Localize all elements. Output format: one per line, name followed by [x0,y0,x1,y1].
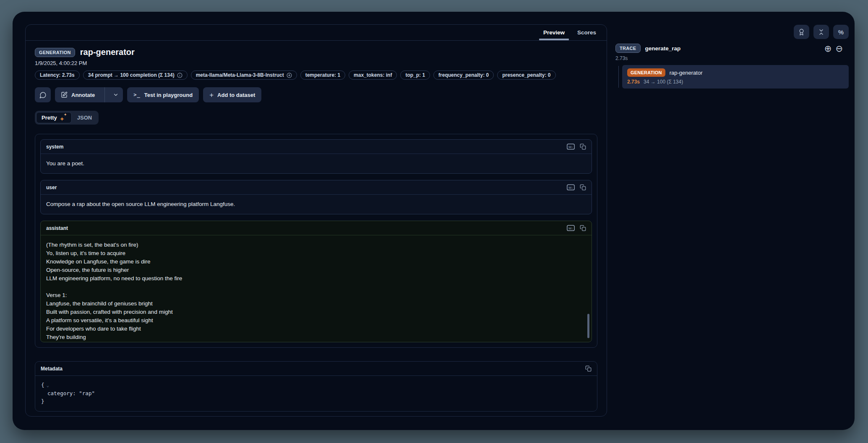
json-line-entry: category: "rap" [41,389,591,397]
expand-all-icon[interactable]: ⊕ [824,44,832,53]
json-line-open[interactable]: {⌄ [41,381,591,389]
view-toggle-pretty[interactable]: Pretty ✦ ✦ [36,112,72,123]
annotate-label: Annotate [71,92,95,98]
trace-toolbar: % [615,25,849,39]
model-pill-label: meta-llama/Meta-Llama-3-8B-Instruct [196,72,284,78]
collapse-caret-icon[interactable]: ⌄ [47,383,50,388]
token-usage-pill: 34 prompt → 100 completion (Σ 134) [83,70,188,80]
tab-preview-label: Preview [543,29,565,36]
temperature-pill-label: temperature: 1 [305,72,340,78]
assistant-message-content: (The rhythm is set, the beat's on fire) … [41,235,592,342]
token-usage-pill-label: 34 prompt → 100 completion (Σ 134) [88,72,175,78]
system-message-content: You are a poet. [41,154,592,173]
tree-zoom-controls: ⊕ ⊖ [824,44,843,53]
add-to-dataset-label: Add to dataset [217,92,255,98]
top-p-pill-label: top_p: 1 [405,72,425,78]
trace-panel: % TRACE generate_rap ⊕ ⊖ 2.73s GENERATIO… [615,25,849,89]
action-bar: Annotate >_ Test in playground + Add to … [35,87,597,102]
add-to-dataset-button[interactable]: + Add to dataset [203,87,261,102]
markdown-glyph: M↓ [568,145,573,149]
user-message: user M↓ Compose a rap about the open sou… [40,180,592,214]
user-role-label: user [46,185,562,190]
panel-content: GENERATION rap-generator 1/9/2025, 4:00:… [26,41,607,412]
observation-node-title-row: GENERATION rap-generator [627,68,844,77]
info-icon[interactable] [177,73,182,78]
trace-name: generate_rap [645,45,820,52]
observation-node-selected[interactable]: GENERATION rap-generator 2.73s 34 → 100 … [622,65,849,89]
metadata-card: Metadata {⌄ category: "rap"} [35,361,597,412]
observation-node-stats-row: 2.73s 34 → 100 (Σ 134) [627,79,844,85]
test-in-playground-label: Test in playground [144,92,193,98]
user-message-content: Compose a rap about the open source LLM … [41,195,592,214]
comment-button[interactable] [35,87,51,102]
annotate-dropdown[interactable] [109,87,123,102]
tab-bar: Preview Scores [26,25,607,41]
annotation-queue-button[interactable] [794,25,809,39]
latency-pill-label: Latency: 2.73s [40,72,75,78]
copy-icon[interactable] [580,184,586,190]
latency-pill: Latency: 2.73s [35,70,80,80]
json-label: JSON [77,115,92,121]
temperature-pill: temperature: 1 [300,70,345,80]
scrollbar-thumb[interactable] [587,314,589,338]
timestamp: 1/9/2025, 4:00:22 PM [35,60,597,66]
observation-node-name: rap-generator [670,70,703,76]
test-in-playground-button[interactable]: >_ Test in playground [127,87,199,102]
copy-icon[interactable] [585,365,592,372]
chevrons-collapse-icon [818,29,825,36]
trace-tree: GENERATION rap-generator 2.73s 34 → 100 … [615,65,849,89]
markdown-glyph: M↓ [568,227,573,230]
assistant-message-header: assistant M↓ [41,221,592,235]
sparkle-small: ✦ [64,113,67,117]
markdown-toggle-icon[interactable]: M↓ [567,184,575,190]
sparkles-icon: ✦ ✦ [60,115,66,121]
comment-bubble-icon [39,91,47,99]
trace-root-node[interactable]: TRACE generate_rap ⊕ ⊖ [615,44,849,53]
observation-token-counts: 34 → 100 (Σ 134) [644,79,683,85]
terminal-icon: >_ [133,92,140,98]
split-divider [104,87,105,102]
sparkle-large: ✦ [60,116,64,122]
plus-circle-icon[interactable] [287,73,292,78]
active-tab-indicator [539,39,569,40]
markdown-toggle-icon[interactable]: M↓ [567,143,575,150]
presence-penalty-pill: presence_penalty: 0 [497,70,555,80]
collapse-all-button[interactable] [813,25,829,39]
view-toggle-json[interactable]: JSON [72,112,97,123]
collapse-tree-icon[interactable]: ⊖ [835,44,843,53]
copy-icon[interactable] [580,225,586,231]
tab-scores[interactable]: Scores [571,25,602,40]
system-role-label: system [46,144,562,150]
top-p-pill: top_p: 1 [400,70,430,80]
user-message-header: user M↓ [41,180,592,195]
show-percentages-button[interactable]: % [833,25,849,39]
metadata-header: Metadata [35,362,597,376]
copy-icon[interactable] [580,143,586,150]
max-tokens-pill: max_tokens: inf [349,70,397,80]
title-row: GENERATION rap-generator [35,47,597,57]
assistant-role-label: assistant [46,225,562,231]
open-brace: { [41,382,44,388]
assistant-message: assistant M↓ (The rhythm is set, the bea… [40,221,592,342]
award-icon [798,29,805,36]
observation-type-badge: GENERATION [35,48,75,57]
tab-scores-label: Scores [577,29,596,36]
annotate-button[interactable]: Annotate [55,87,123,102]
frequency-penalty-pill-label: frequency_penalty: 0 [438,72,489,78]
view-toggle: Pretty ✦ ✦ JSON [35,111,99,125]
tab-preview[interactable]: Preview [537,25,571,40]
page-title: rap-generator [80,47,135,57]
max-tokens-pill-label: max_tokens: inf [354,72,392,78]
app-window: Preview Scores GENERATION rap-generator … [13,12,855,430]
percent-icon: % [838,29,844,36]
markdown-glyph: M↓ [568,186,573,190]
markdown-toggle-icon[interactable]: M↓ [567,225,575,231]
metadata-title: Metadata [41,366,580,372]
pretty-label: Pretty [42,115,57,121]
frequency-penalty-pill: frequency_penalty: 0 [433,70,494,80]
observation-panel: Preview Scores GENERATION rap-generator … [25,24,607,417]
annotate-button-main[interactable]: Annotate [55,87,101,102]
presence-penalty-pill-label: presence_penalty: 0 [502,72,550,78]
generation-type-badge: GENERATION [627,68,665,77]
json-line-close: } [41,397,591,405]
